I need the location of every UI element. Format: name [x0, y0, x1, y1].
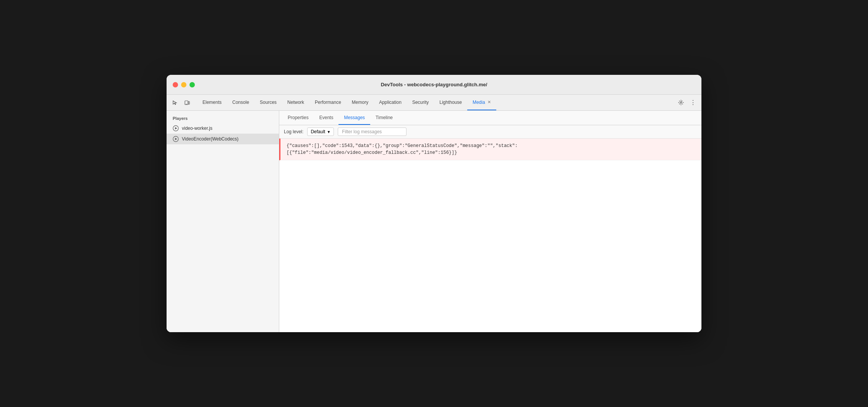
- chevron-down-icon: ▼: [327, 130, 330, 134]
- tab-network[interactable]: Network: [282, 95, 309, 110]
- log-level-value: Default: [311, 129, 325, 134]
- devtools-body: Players video-worker.js: [167, 111, 701, 332]
- more-options-button[interactable]: ⋮: [688, 97, 698, 108]
- filter-input[interactable]: Filter log messages: [338, 128, 406, 136]
- toolbar-icons: [170, 97, 193, 108]
- title-bar: DevTools - webcodecs-playground.glitch.m…: [167, 75, 701, 95]
- log-entry-0: {"causes":[],"code":1543,"data":{},"grou…: [279, 139, 701, 160]
- tab-console[interactable]: Console: [227, 95, 254, 110]
- window-controls: [173, 82, 195, 87]
- subtab-events[interactable]: Events: [314, 111, 339, 125]
- devtools-toolbar: Elements Console Sources Network Perform…: [167, 95, 701, 111]
- device-icon-button[interactable]: [182, 97, 193, 108]
- svg-marker-5: [175, 127, 177, 129]
- tab-security[interactable]: Security: [407, 95, 434, 110]
- tab-memory[interactable]: Memory: [347, 95, 374, 110]
- right-panel: Properties Events Messages Timeline Log …: [279, 111, 701, 332]
- cursor-icon-button[interactable]: [170, 97, 180, 108]
- toolbar-right: ⋮: [675, 97, 698, 108]
- tab-close-icon[interactable]: ✕: [487, 100, 491, 105]
- play-icon: [173, 125, 179, 131]
- devtools-window: DevTools - webcodecs-playground.glitch.m…: [167, 75, 701, 332]
- settings-button[interactable]: [675, 97, 686, 108]
- tab-lighthouse[interactable]: Lighthouse: [434, 95, 467, 110]
- dots-icon: ⋮: [690, 100, 696, 106]
- tab-application[interactable]: Application: [374, 95, 407, 110]
- window-title: DevTools - webcodecs-playground.glitch.m…: [381, 82, 487, 87]
- log-level-label: Log level:: [284, 129, 303, 134]
- svg-rect-1: [188, 102, 189, 104]
- player-label-video-encoder: VideoEncoder(WebCodecs): [182, 136, 238, 142]
- subtab-timeline[interactable]: Timeline: [370, 111, 398, 125]
- sidebar-header: Players: [167, 114, 279, 123]
- player-item-video-encoder[interactable]: VideoEncoder(WebCodecs): [167, 134, 279, 144]
- subtab-messages[interactable]: Messages: [338, 111, 370, 125]
- log-toolbar: Log level: Default ▼ Filter log messages: [279, 125, 701, 139]
- sidebar: Players video-worker.js: [167, 111, 279, 332]
- filter-placeholder: Filter log messages: [342, 129, 382, 134]
- player-label-video-worker: video-worker.js: [182, 126, 212, 131]
- play-icon-2: [173, 136, 179, 142]
- nav-tabs: Elements Console Sources Network Perform…: [197, 95, 675, 110]
- tab-performance[interactable]: Performance: [309, 95, 347, 110]
- svg-point-3: [680, 102, 682, 103]
- minimize-button[interactable]: [181, 82, 186, 87]
- log-area: {"causes":[],"code":1543,"data":{},"grou…: [279, 139, 701, 332]
- tab-elements[interactable]: Elements: [197, 95, 227, 110]
- subtab-properties[interactable]: Properties: [282, 111, 314, 125]
- tab-sources[interactable]: Sources: [254, 95, 282, 110]
- svg-marker-7: [175, 138, 177, 140]
- maximize-button[interactable]: [189, 82, 195, 87]
- sub-tabs: Properties Events Messages Timeline: [279, 111, 701, 125]
- log-level-select[interactable]: Default ▼: [307, 128, 334, 136]
- player-item-video-worker[interactable]: video-worker.js: [167, 123, 279, 134]
- close-button[interactable]: [173, 82, 178, 87]
- tab-media[interactable]: Media ✕: [467, 95, 496, 110]
- log-entry-text-0: {"causes":[],"code":1543,"data":{},"grou…: [287, 143, 518, 155]
